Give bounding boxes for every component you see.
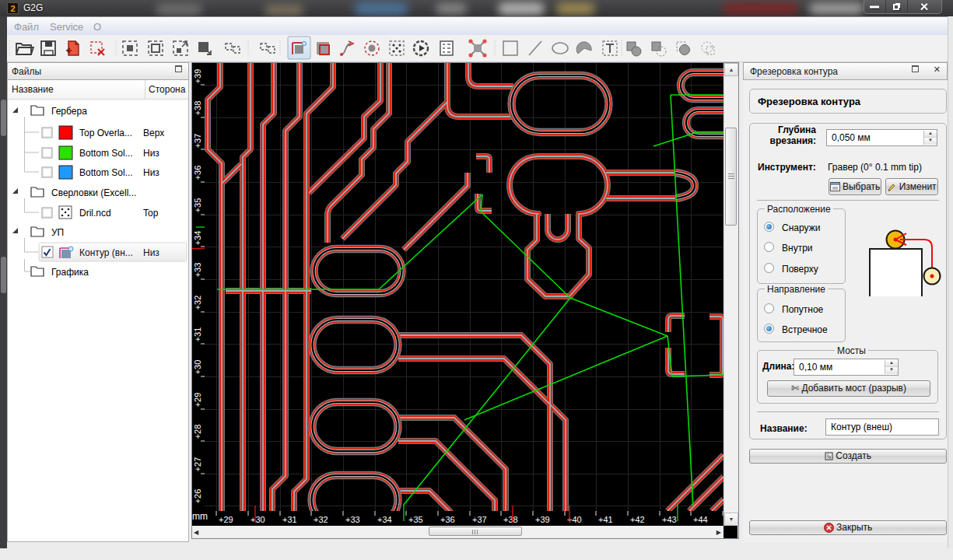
svg-text:+31: +31	[282, 515, 297, 524]
svg-text:+35: +35	[193, 198, 202, 213]
svg-text:+33: +33	[345, 515, 360, 524]
svg-text:+29: +29	[193, 393, 202, 408]
svg-text:Низ: Низ	[143, 247, 159, 258]
svg-text:Top: Top	[143, 208, 159, 219]
svg-text:+35: +35	[408, 515, 423, 524]
svg-text:+36: +36	[193, 166, 202, 180]
svg-text:Гербера: Гербера	[51, 106, 87, 117]
svg-text:+32: +32	[314, 515, 328, 524]
svg-text:+32: +32	[193, 296, 202, 310]
svg-text:+31: +31	[193, 327, 202, 342]
svg-text:mm: mm	[192, 511, 208, 522]
svg-text:+34: +34	[193, 231, 202, 246]
svg-text:+43: +43	[662, 515, 677, 524]
svg-text:+37: +37	[193, 134, 202, 149]
svg-text:Dril.ncd: Dril.ncd	[79, 208, 111, 219]
svg-text:+39: +39	[535, 515, 550, 524]
svg-text:УП: УП	[51, 227, 64, 238]
svg-text:+44: +44	[693, 515, 708, 524]
svg-text:+34: +34	[377, 515, 392, 524]
svg-text:+41: +41	[598, 515, 613, 524]
svg-text:+36: +36	[440, 515, 455, 524]
svg-text:Top Overla...: Top Overla...	[79, 128, 132, 138]
svg-text:+33: +33	[193, 263, 202, 278]
svg-text:+38: +38	[193, 101, 202, 116]
svg-text:Bottom Sol...: Bottom Sol...	[79, 148, 133, 159]
svg-text:+28: +28	[193, 425, 202, 439]
svg-text:+27: +27	[193, 457, 202, 472]
svg-text:+26: +26	[193, 489, 202, 504]
svg-text:Сверловки (Excell...: Сверловки (Excell...	[51, 187, 136, 198]
svg-text:+37: +37	[472, 515, 487, 524]
svg-text:Bottom Sol...: Bottom Sol...	[79, 167, 133, 178]
svg-text:Верх: Верх	[143, 128, 164, 138]
svg-text:+30: +30	[193, 360, 202, 375]
svg-text:Низ: Низ	[143, 167, 159, 178]
svg-text:+38: +38	[503, 515, 518, 524]
svg-text:Низ: Низ	[143, 148, 159, 159]
svg-text:+29: +29	[219, 515, 233, 524]
svg-text:+39: +39	[193, 69, 202, 84]
svg-text:+42: +42	[630, 515, 645, 524]
svg-text:+30: +30	[251, 515, 265, 524]
svg-text:Графика: Графика	[51, 267, 89, 278]
svg-text:Контур (вн...: Контур (вн...	[79, 247, 133, 258]
